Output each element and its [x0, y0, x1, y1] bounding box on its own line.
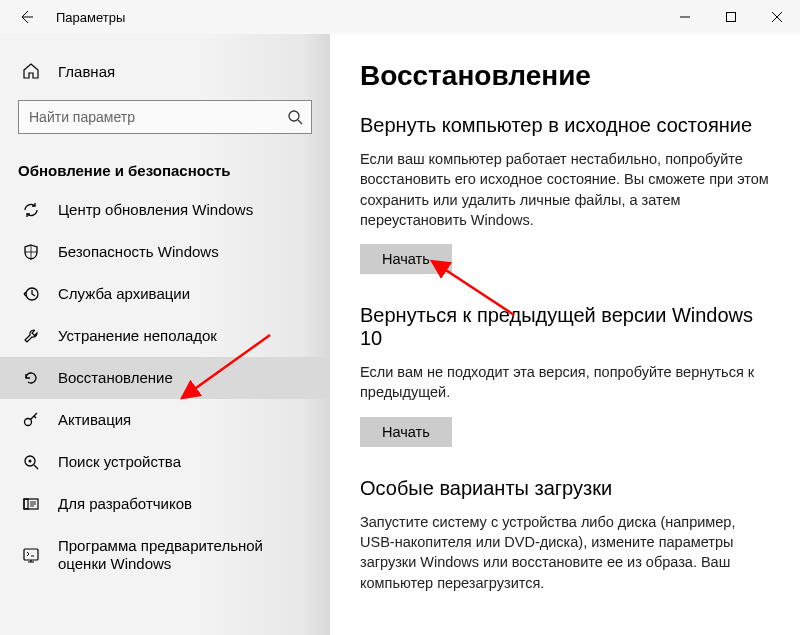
sidebar-item-activation[interactable]: Активация	[0, 399, 330, 441]
section-body: Если ваш компьютер работает нестабильно,…	[360, 149, 772, 230]
restore-icon	[22, 369, 40, 387]
sidebar-item-label: Безопасность Windows	[58, 243, 219, 261]
sidebar-item-insider[interactable]: Программа предварительной оценки Windows	[0, 525, 330, 585]
sidebar-item-label: Программа предварительной оценки Windows	[58, 537, 312, 573]
sidebar-item-label: Главная	[58, 63, 115, 80]
main-content: Восстановление Вернуть компьютер в исход…	[330, 34, 800, 635]
sidebar-item-label: Восстановление	[58, 369, 173, 387]
sidebar-item-label: Устранение неполадок	[58, 327, 217, 345]
section-reset-pc: Вернуть компьютер в исходное состояние Е…	[360, 114, 772, 274]
svg-point-1	[289, 111, 299, 121]
sidebar-section-header: Обновление и безопасность	[0, 148, 330, 189]
sidebar-item-label: Поиск устройства	[58, 453, 181, 471]
section-advanced-startup: Особые варианты загрузки Запустите систе…	[360, 477, 772, 593]
sidebar-item-label: Активация	[58, 411, 131, 429]
section-heading: Особые варианты загрузки	[360, 477, 772, 500]
history-icon	[22, 285, 40, 303]
find-device-icon	[22, 453, 40, 471]
wrench-icon	[22, 327, 40, 345]
sync-icon	[22, 201, 40, 219]
search-field[interactable]	[29, 109, 287, 125]
section-heading: Вернуться к предыдущей версии Windows 10	[360, 304, 772, 350]
sidebar-item-label: Центр обновления Windows	[58, 201, 253, 219]
start-button[interactable]: Начать	[360, 244, 452, 274]
sidebar-item-backup[interactable]: Служба архивации	[0, 273, 330, 315]
section-heading: Вернуть компьютер в исходное состояние	[360, 114, 772, 137]
insider-icon	[22, 546, 40, 564]
search-icon	[287, 109, 303, 125]
sidebar-item-developers[interactable]: Для разработчиков	[0, 483, 330, 525]
start-button[interactable]: Начать	[360, 417, 452, 447]
window-title: Параметры	[44, 10, 125, 25]
home-icon	[22, 62, 40, 80]
back-button[interactable]	[18, 9, 44, 25]
page-title: Восстановление	[360, 60, 772, 92]
sidebar-item-home[interactable]: Главная	[0, 54, 330, 94]
minimize-button[interactable]	[662, 0, 708, 34]
svg-point-5	[29, 460, 32, 463]
section-body: Если вам не подходит эта версия, попробу…	[360, 362, 772, 403]
close-button[interactable]	[754, 0, 800, 34]
sidebar: Главная Обновление и безопасность Центр …	[0, 34, 330, 635]
sidebar-item-troubleshoot[interactable]: Устранение неполадок	[0, 315, 330, 357]
section-go-back: Вернуться к предыдущей версии Windows 10…	[360, 304, 772, 447]
svg-point-3	[25, 419, 32, 426]
section-body: Запустите систему с устройства либо диск…	[360, 512, 772, 593]
key-icon	[22, 411, 40, 429]
svg-rect-0	[727, 13, 736, 22]
svg-rect-7	[24, 499, 28, 509]
sidebar-item-update[interactable]: Центр обновления Windows	[0, 189, 330, 231]
maximize-button[interactable]	[708, 0, 754, 34]
svg-rect-8	[24, 549, 38, 560]
developer-icon	[22, 495, 40, 513]
sidebar-item-find-device[interactable]: Поиск устройства	[0, 441, 330, 483]
sidebar-item-recovery[interactable]: Восстановление	[0, 357, 330, 399]
sidebar-item-security[interactable]: Безопасность Windows	[0, 231, 330, 273]
shield-icon	[22, 243, 40, 261]
search-input[interactable]	[18, 100, 312, 134]
sidebar-item-label: Для разработчиков	[58, 495, 192, 513]
sidebar-item-label: Служба архивации	[58, 285, 190, 303]
